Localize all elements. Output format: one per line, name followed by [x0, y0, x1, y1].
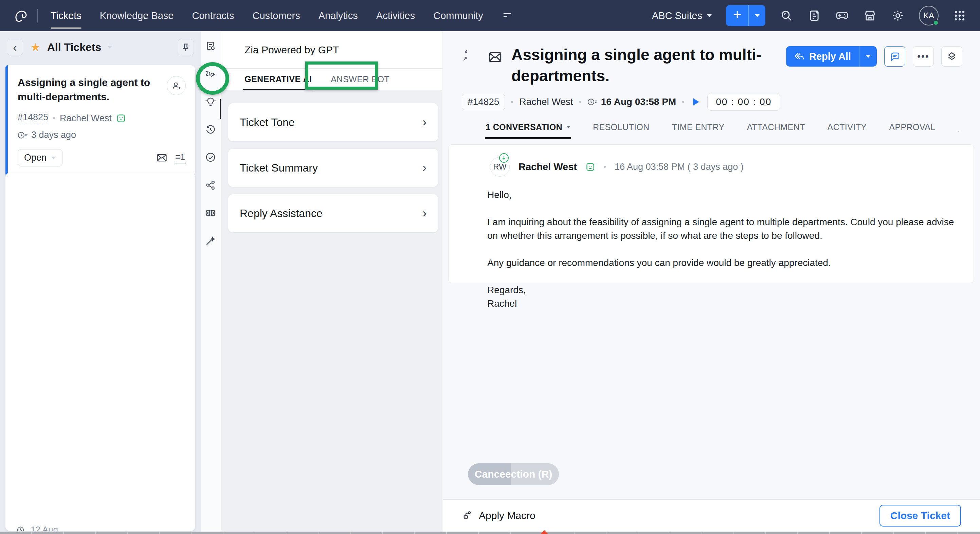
- thread-icon: =: [175, 152, 180, 162]
- view-title[interactable]: All Tickets: [47, 41, 101, 54]
- apply-macro-icon: [462, 510, 473, 521]
- more-actions-button[interactable]: •••: [913, 46, 934, 67]
- share-icon[interactable]: [204, 179, 216, 191]
- search-icon[interactable]: [780, 9, 793, 22]
- ticket-contact-name[interactable]: Rachel West: [519, 96, 573, 107]
- history-icon[interactable]: [204, 124, 216, 135]
- ticket-header-actions: Reply All •••: [786, 46, 963, 67]
- created-time-icon: [17, 526, 27, 531]
- message-body: Hello, I am inquiring about the feasibil…: [487, 188, 961, 311]
- tab-approval[interactable]: APPROVAL: [889, 122, 935, 134]
- ticket-created-time: 16 Aug 03:58 PM: [587, 96, 676, 107]
- zia-card-ticket-summary[interactable]: Ticket Summary ›: [228, 149, 438, 187]
- nav-item-activities[interactable]: Activities: [376, 0, 415, 31]
- nav-item-analytics[interactable]: Analytics: [318, 0, 358, 31]
- nav-item-customers[interactable]: Customers: [253, 0, 300, 31]
- status-label: Open: [24, 153, 46, 163]
- chevron-right-icon: ›: [422, 161, 426, 175]
- ticket-list-card[interactable]: Assigning a single agent to multi-depart…: [5, 65, 195, 176]
- tab-answer-bot[interactable]: ANSWER BOT: [331, 69, 390, 90]
- nav-more-menu-icon[interactable]: [502, 11, 512, 20]
- gamescope-icon[interactable]: [835, 9, 849, 22]
- sender-avatar[interactable]: RW: [490, 157, 510, 177]
- zoho-desk-logo[interactable]: [13, 8, 29, 24]
- zia-card-reply-assistance[interactable]: Reply Assistance ›: [228, 194, 438, 232]
- pin-icon[interactable]: [178, 39, 194, 55]
- reply-options-button[interactable]: [859, 46, 877, 67]
- favorite-star-icon[interactable]: ★: [30, 41, 40, 54]
- nav-item-tickets[interactable]: Tickets: [51, 0, 81, 31]
- message-paragraph: Hello,: [487, 188, 961, 202]
- release-notes-icon[interactable]: [808, 9, 821, 22]
- incoming-message-badge: [499, 153, 509, 163]
- tab-resolution[interactable]: RESOLUTION: [593, 122, 650, 134]
- close-ticket-button[interactable]: Close Ticket: [880, 505, 961, 526]
- org-selector[interactable]: ABC Suites: [652, 10, 712, 21]
- chevron-down-icon[interactable]: [107, 46, 112, 49]
- apply-macro-button[interactable]: Apply Macro: [462, 510, 536, 521]
- sender-initials: RW: [493, 162, 507, 172]
- tab-conversation-label: 1 CONVERSATION: [485, 122, 562, 132]
- ticket-card-meta: #14825 Rachel West: [18, 112, 186, 124]
- ticket-card-title[interactable]: Assigning a single agent to multi-depart…: [18, 75, 170, 104]
- idea-bulb-icon[interactable]: [204, 96, 216, 107]
- tab-time-entry[interactable]: TIME ENTRY: [672, 122, 725, 134]
- add-button[interactable]: +: [726, 5, 748, 26]
- apps-grid-icon[interactable]: [953, 9, 966, 22]
- zia-card-label: Ticket Tone: [240, 116, 295, 129]
- contact-name[interactable]: Rachel West: [60, 113, 112, 124]
- tab-attachment[interactable]: ATTACHMENT: [747, 122, 805, 134]
- tab-activity[interactable]: ACTIVITY: [827, 122, 867, 134]
- ticket-id[interactable]: #14825: [18, 112, 48, 124]
- video-scrubber-bar[interactable]: [0, 532, 980, 534]
- zia-icon[interactable]: [204, 68, 216, 80]
- thread-count-value: 1: [180, 152, 185, 162]
- add-dropdown-button[interactable]: [748, 5, 765, 26]
- ticket-card-icons: = 1: [156, 152, 186, 163]
- nav-item-knowledge-base[interactable]: Knowledge Base: [100, 0, 174, 31]
- sender-name[interactable]: Rachel West: [519, 161, 577, 172]
- zia-card-ticket-tone[interactable]: Ticket Tone ›: [228, 103, 438, 141]
- comment-button[interactable]: [884, 46, 905, 67]
- online-status-dot: [933, 20, 939, 26]
- magic-wand-icon[interactable]: [204, 235, 216, 247]
- assign-agent-icon[interactable]: [167, 76, 186, 95]
- ticket-detail-panel: Assigning a single agent to multi-depart…: [443, 31, 980, 534]
- ticket-timer[interactable]: 00 : 00 : 00: [707, 93, 780, 111]
- layers-button[interactable]: [941, 46, 963, 67]
- tab-conversation[interactable]: 1 CONVERSATION: [485, 122, 571, 134]
- dot-separator: [604, 166, 606, 168]
- approvals-check-icon[interactable]: [204, 151, 216, 163]
- marketplace-icon[interactable]: [863, 9, 877, 22]
- settings-gear-icon[interactable]: [891, 9, 905, 22]
- chevron-down-icon: [707, 14, 712, 17]
- created-time-icon: [587, 97, 598, 106]
- org-name: ABC Suites: [652, 10, 702, 21]
- dot-separator: [682, 101, 684, 103]
- tab-generative-ai[interactable]: GENERATIVE AI: [245, 69, 312, 90]
- dot-separator: [53, 117, 55, 119]
- user-avatar[interactable]: KA: [919, 6, 939, 26]
- nav-divider: [37, 9, 38, 22]
- conversation-sort-icon[interactable]: [958, 124, 959, 132]
- nav-right-cluster: ABC Suites + KA: [652, 5, 966, 26]
- shortcut-toast: Canceection (R): [468, 463, 559, 485]
- ticket-list-card-next[interactable]: 12 Aug: [5, 172, 195, 531]
- dot-separator: [579, 101, 581, 103]
- back-button[interactable]: ‹: [7, 39, 23, 55]
- zia-panel-title: Zia Powered by GPT: [245, 44, 339, 56]
- thread-count[interactable]: = 1: [175, 152, 186, 163]
- ticket-id-pill[interactable]: #14825: [462, 94, 505, 110]
- ticket-footer: Apply Macro Close Ticket: [443, 499, 980, 532]
- video-playhead[interactable]: [541, 530, 548, 534]
- reply-all-label: Reply All: [809, 51, 851, 62]
- status-dropdown[interactable]: Open: [18, 149, 62, 166]
- timer-play-button[interactable]: [693, 98, 699, 106]
- ticket-properties-icon[interactable]: [204, 40, 216, 52]
- nav-item-contracts[interactable]: Contracts: [192, 0, 234, 31]
- zia-card-label: Ticket Summary: [240, 162, 318, 174]
- collapse-conversation-icon[interactable]: [462, 49, 471, 61]
- integrations-atom-icon[interactable]: [204, 207, 216, 219]
- nav-item-community[interactable]: Community: [433, 0, 483, 31]
- reply-all-button[interactable]: Reply All: [786, 46, 859, 67]
